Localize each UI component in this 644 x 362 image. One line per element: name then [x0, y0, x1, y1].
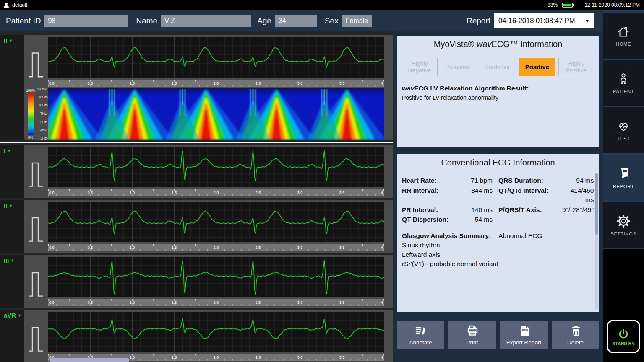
- spectrogram: [48, 88, 384, 140]
- pulse-column: [24, 202, 48, 253]
- age-field[interactable]: 34: [275, 15, 317, 27]
- home-icon: [615, 25, 631, 39]
- svg-text:4: 4: [381, 246, 383, 250]
- ecg-strip-iii-3: III▼0.00.51.01.52.02.53.03.54: [0, 255, 393, 308]
- print-button[interactable]: Print: [448, 321, 496, 349]
- sidebar-item-patient[interactable]: PATIENT: [603, 60, 644, 106]
- time-axis: 0.00.51.01.52.02.53.03.54: [48, 299, 384, 306]
- svg-text:3.5: 3.5: [339, 300, 345, 305]
- color-scale-bar: [28, 93, 34, 135]
- test-heartbeat-icon: [616, 119, 631, 134]
- svg-text:4: 4: [381, 191, 383, 195]
- status-datetime: 12-11-2020 08:09:12 PM: [584, 2, 640, 8]
- lead-label-text: II: [4, 37, 7, 44]
- lead-column: aVR▼: [0, 310, 24, 362]
- report-panel-column: MyoVista® wavECG™ Information Highly Neg…: [393, 31, 603, 362]
- battery-icon: [562, 2, 574, 8]
- time-axis: 0.00.51.01.52.02.53.03.54: [48, 80, 384, 87]
- ecg-horizontal-scrollbar[interactable]: [50, 358, 129, 362]
- strip-body: 0.00.51.01.52.02.53.03.54: [24, 145, 393, 198]
- frequency-tick-label: 5Hz-: [37, 120, 48, 124]
- sidebar-item-home[interactable]: HOME: [603, 13, 644, 59]
- delete-button[interactable]: Delete: [552, 321, 599, 349]
- status-bar: default 83% 12-11-2020 08:09:12 PM: [0, 0, 644, 10]
- app-root: default 83% 12-11-2020 08:09:12 PM Patie…: [0, 0, 644, 362]
- svg-text:2.5: 2.5: [256, 246, 261, 250]
- report-label: Report: [467, 16, 490, 26]
- trace-row: 0.00.51.01.52.02.53.03.54: [24, 37, 393, 88]
- lead-column: III▼: [0, 255, 24, 308]
- color-scale-max-label: 100%: [26, 88, 35, 93]
- svg-text:1.5: 1.5: [172, 300, 177, 305]
- frequency-tick-label: 7Hz-: [37, 111, 48, 116]
- svg-text:2.5: 2.5: [256, 355, 261, 359]
- ecg-strip-ii-0: II▼0.00.51.01.52.02.53.03.54100%0%200Hz-…: [0, 35, 393, 140]
- classification-highly-positive[interactable]: Highly Positive: [558, 58, 594, 76]
- strip-separator: [0, 142, 393, 143]
- panel-scrollbar[interactable]: [595, 173, 598, 310]
- sidebar-item-report[interactable]: REPORT: [603, 155, 644, 201]
- lead-label-text: I: [4, 147, 5, 154]
- report-dropdown-value: 04-16-2018 01:08:47 PM: [498, 17, 575, 25]
- svg-text:1.5: 1.5: [172, 81, 177, 85]
- report-dropdown[interactable]: 04-16-2018 01:08:47 PM ▼: [494, 13, 594, 28]
- svg-text:3.5: 3.5: [339, 246, 345, 250]
- power-icon: [617, 327, 630, 341]
- ecg-plot: [48, 202, 384, 242]
- algorithm-result-text: Positive for LV relaxation abnormality: [402, 94, 594, 101]
- wavecg-info-panel: MyoVista® wavECG™ Information Highly Neg…: [397, 36, 599, 147]
- pulse-column: [24, 37, 48, 88]
- svg-text:3.0: 3.0: [297, 81, 303, 85]
- classification-positive[interactable]: Positive: [519, 58, 555, 76]
- lead-selector-ii[interactable]: II▼: [0, 200, 24, 209]
- svg-text:1.5: 1.5: [172, 191, 177, 195]
- sidebar-item-test[interactable]: TEST: [603, 107, 644, 153]
- lead-selector-iii[interactable]: III▼: [0, 255, 24, 264]
- calibration-pulse: [24, 207, 48, 248]
- lead-column: II▼: [0, 200, 24, 253]
- pulse-column: [24, 257, 48, 308]
- patient-icon: [616, 72, 631, 86]
- frequency-labels: 200Hz-20Hz-10Hz-7Hz-5Hz-4Hz-3Hz-: [37, 87, 48, 140]
- classification-negative[interactable]: Negative: [441, 58, 477, 76]
- pdf-icon: PDF: [517, 324, 531, 338]
- sidebar-item-settings[interactable]: SETTINGS: [603, 202, 644, 248]
- name-field[interactable]: V Z: [161, 15, 251, 27]
- svg-text:1.0: 1.0: [130, 300, 135, 305]
- lead-selector-avr[interactable]: aVR▼: [0, 310, 24, 319]
- standby-button[interactable]: STAND BY: [607, 320, 640, 353]
- pulse-column: [24, 312, 48, 362]
- calibration-pulse: [24, 42, 48, 83]
- strip-body: 0.00.51.01.52.02.53.03.54: [24, 200, 393, 253]
- lead-column: II▼: [0, 35, 24, 140]
- lead-selector-i[interactable]: I▼: [0, 145, 24, 154]
- svg-text:0.5: 0.5: [88, 300, 93, 305]
- trace-row: 0.00.51.01.52.02.53.03.54: [24, 312, 393, 362]
- lead-selector-ii[interactable]: II▼: [0, 35, 24, 44]
- print-icon: [465, 324, 480, 338]
- svg-text:3.0: 3.0: [297, 246, 303, 250]
- time-axis: 0.00.51.01.52.02.53.03.54: [48, 189, 384, 196]
- lead-label-text: III: [4, 257, 9, 264]
- svg-text:4: 4: [381, 355, 383, 359]
- spectrogram-scale-column: 100%0%200Hz-20Hz-10Hz-7Hz-5Hz-4Hz-3Hz-: [24, 88, 48, 140]
- glasgow-label: Glasgow Analysis Summary:: [402, 232, 491, 239]
- ecg-plot: [48, 37, 384, 78]
- spectrogram-row: 100%0%200Hz-20Hz-10Hz-7Hz-5Hz-4Hz-3Hz-: [24, 88, 393, 140]
- classification-highly-negative[interactable]: Highly Negative: [402, 58, 438, 76]
- sex-field[interactable]: Female: [342, 15, 372, 27]
- annotate-button[interactable]: Annotate: [397, 321, 444, 349]
- classification-borderline[interactable]: Borderline: [480, 58, 516, 76]
- pulse-column: [24, 147, 48, 198]
- svg-text:2.5: 2.5: [256, 191, 261, 195]
- sex-label: Sex: [325, 16, 339, 26]
- export-report-button[interactable]: PDF Export Report: [500, 321, 548, 349]
- svg-text:3.5: 3.5: [339, 81, 345, 85]
- svg-text:0.0: 0.0: [49, 81, 55, 85]
- lead-label-text: II: [4, 202, 7, 209]
- patient-header: Patient ID 98 Name V Z Age 34 Sex Female…: [0, 10, 603, 31]
- strip-body: 0.00.51.01.52.02.53.03.54100%0%200Hz-20H…: [24, 35, 393, 140]
- patient-id-field[interactable]: 98: [44, 15, 128, 27]
- plot-column: 0.00.51.01.52.02.53.03.54: [48, 202, 393, 253]
- calibration-pulse: [24, 262, 48, 303]
